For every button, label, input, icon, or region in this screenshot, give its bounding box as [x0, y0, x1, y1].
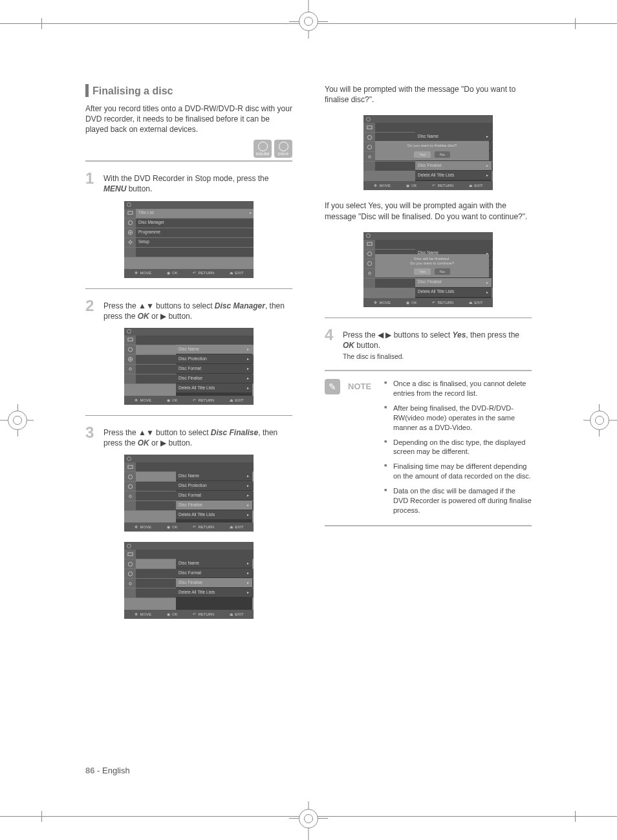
dialog-continue: Disc will be finalised. Do you want to c… [375, 254, 489, 277]
page-content: Finalising a disc After you record title… [85, 84, 532, 629]
left-column: Finalising a disc After you record title… [85, 84, 292, 629]
step-3: 3 Press the ▲▼ button to select Disc Fin… [85, 425, 292, 448]
dialog-finalise: Do you want to finalise disc? Yes No [375, 141, 489, 160]
svg-point-14 [128, 572, 132, 576]
note-item: Finalising time may be different dependi… [384, 462, 532, 481]
prompt-text-1: You will be prompted with the message "D… [325, 84, 532, 105]
dialog-no-button: No [435, 151, 450, 158]
step-2: 2 Press the ▲▼ buttons to select Disc Ma… [85, 298, 292, 321]
dialog-yes-button: Yes [414, 151, 431, 158]
intro-text: After you record titles onto a DVD-RW/DV… [85, 103, 292, 135]
note-list: Once a disc is finalised, you cannot del… [384, 379, 532, 520]
svg-rect-0 [127, 211, 132, 215]
svg-point-7 [129, 368, 131, 371]
menu-screenshot-3b: Disc Name▸ Disc Format▸ Disc Finalise▸ D… [124, 542, 254, 619]
disc-icon-dvd-r: DVD-R [274, 140, 292, 158]
prompt-text-2: If you select Yes, you will be prompted … [325, 200, 532, 221]
section-title: Finalising a disc [92, 84, 173, 98]
svg-point-1 [128, 221, 132, 224]
note-item: Once a disc is finalised, you cannot del… [384, 379, 532, 398]
menu-screenshot-3a: Disc Name▸ Disc Protection▸ Disc Format▸… [124, 455, 254, 532]
note-label: NOTE [348, 379, 376, 520]
note-item: Data on the disc will be damaged if the … [384, 486, 532, 515]
svg-point-15 [129, 582, 131, 585]
svg-point-21 [367, 252, 371, 256]
svg-point-19 [368, 156, 371, 158]
svg-point-3 [129, 241, 131, 244]
svg-point-9 [128, 475, 132, 479]
svg-rect-20 [367, 242, 371, 246]
right-column: You will be prompted with the message "D… [325, 84, 532, 629]
note-block: ✎ NOTE Once a disc is finalised, you can… [325, 379, 532, 520]
divider [85, 160, 292, 162]
menu-screenshot-1: Title List▸ Disc Manager Programme Setup… [124, 201, 254, 278]
note-item: Depending on the disc type, the displaye… [384, 438, 532, 457]
svg-point-13 [128, 562, 132, 566]
note-icon: ✎ [325, 379, 340, 394]
step-1: 1 With the DVD Recorder in Stop mode, pr… [85, 171, 292, 194]
svg-rect-16 [367, 126, 371, 129]
dialog-no-button: No [435, 268, 450, 275]
svg-point-10 [128, 484, 132, 488]
title-accent-bar [85, 84, 89, 97]
menu-screenshot-dialog-1: Disc Name▸ Disc Protection▸ Disc Format▸… [363, 115, 493, 190]
menu-screenshot-dialog-2: Disc Name▸ Disc Protection▸ Disc Format▸… [363, 232, 493, 307]
svg-point-23 [368, 272, 371, 275]
page-number: 86 - English [85, 766, 130, 775]
svg-point-11 [129, 495, 131, 497]
svg-rect-12 [127, 553, 132, 556]
svg-point-5 [128, 348, 132, 352]
svg-point-22 [367, 262, 371, 266]
dialog-yes-button: Yes [414, 268, 431, 275]
step-4: 4 Press the ◀ ▶ buttons to select Yes, t… [325, 327, 532, 361]
disc-icon-dvd-rw: DVD-RW [254, 140, 272, 158]
note-item: After being finalised, the DVD-R/DVD-RW(… [384, 404, 532, 433]
svg-rect-8 [127, 466, 132, 469]
svg-point-18 [367, 145, 371, 149]
svg-point-17 [367, 135, 371, 139]
menu-screenshot-2: Disc Name▸ Disc Protection▸ Disc Format▸… [124, 328, 254, 405]
svg-rect-4 [127, 338, 132, 341]
